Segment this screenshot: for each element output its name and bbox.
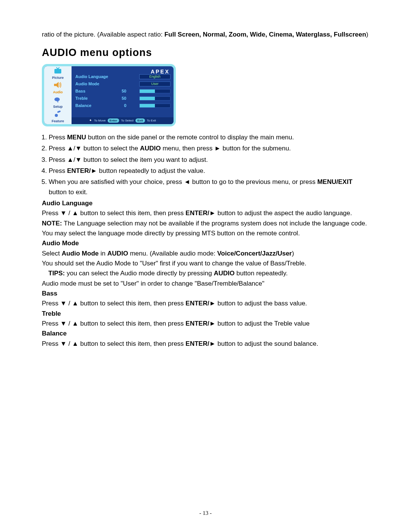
osd-tab-label: Feature: [52, 119, 64, 124]
svg-rect-0: [54, 69, 61, 73]
arrows-icon: ✦: [89, 118, 92, 123]
osd-tab-setup: Setup: [53, 95, 63, 110]
row-value: 0: [117, 102, 126, 109]
osd-tab-label: Audio: [53, 90, 63, 95]
row-value: 50: [117, 88, 126, 94]
section-audio-language: Audio Language: [42, 198, 369, 208]
footer-toexit: To Exit: [147, 118, 156, 123]
slider-treble: [139, 96, 170, 101]
section-balance: Balance: [42, 329, 369, 339]
svg-marker-1: [54, 82, 59, 88]
step-5: When you are satisfied with your choice,…: [49, 177, 369, 197]
osd-tab-label: Setup: [53, 104, 62, 110]
intro-pre: ratio of the picture. (Available aspect …: [42, 31, 164, 38]
audio-language-desc: Press ▼ / ▲ button to select this item, …: [42, 208, 369, 218]
svg-point-2: [54, 97, 60, 101]
section-treble: Treble: [42, 309, 369, 319]
step-1: Press MENU button on the side panel or t…: [49, 133, 369, 142]
page-title: AUDIO menu options: [42, 45, 369, 61]
bass-desc: Press ▼ / ▲ button to select this item, …: [42, 299, 369, 308]
row-label: Treble: [75, 95, 115, 102]
section-bass: Bass: [42, 289, 369, 299]
audio-language-note: NOTE: The Language selection may not be …: [42, 219, 369, 239]
audio-mode-line2: You should set the Audio Mode to "User" …: [42, 259, 369, 268]
tv-icon: [53, 66, 63, 75]
step-4: Press ENTER/► button repeatedly to adjus…: [49, 166, 369, 176]
audio-mode-tips: TIPS: you can select the Audio mode dire…: [48, 268, 369, 278]
osd-row-balance: Balance 0: [75, 102, 170, 109]
osd-tab-feature: Feature: [52, 110, 64, 124]
osd-row-bass: Bass 50: [75, 88, 170, 95]
audio-mode-line1: Select Audio Mode in AUDIO menu. (Availa…: [42, 249, 369, 259]
row-label: Bass: [75, 88, 115, 94]
intro-bold: Full Screen, Normal, Zoom, Wide, Cinema,…: [164, 31, 366, 38]
dish-icon: [53, 95, 63, 104]
svg-rect-5: [57, 110, 61, 113]
footer-move: To Move: [94, 118, 105, 123]
row-label: Audio Mode: [75, 81, 115, 87]
step-3: Press ▲/▼ button to select the item you …: [49, 155, 369, 165]
intro-line: ratio of the picture. (Available aspect …: [42, 30, 369, 40]
osd-main: APEX Audio Language English Audio Mode U…: [72, 66, 174, 124]
osd-sidebar: Picture Audio Setup: [44, 66, 72, 124]
slider-balance: [139, 104, 170, 108]
tools-icon: [53, 110, 63, 118]
exit-pill: Exit: [135, 118, 145, 123]
osd-tab-audio: Audio: [53, 81, 63, 95]
section-audio-mode: Audio Mode: [42, 238, 369, 248]
osd-footer: ✦ To Move Enter To Select Exit To Exit: [72, 117, 174, 124]
footer-select: To Select: [121, 118, 134, 123]
row-value: 50: [117, 95, 126, 102]
slider-bass: [139, 89, 170, 93]
svg-point-4: [55, 114, 58, 117]
enter-pill: Enter: [108, 118, 119, 123]
row-label: Audio Language: [75, 73, 115, 80]
brand-logo: APEX: [151, 68, 170, 76]
instruction-list: Press MENU button on the side panel or t…: [42, 133, 369, 197]
osd-tab-picture: Picture: [52, 66, 64, 81]
svg-rect-3: [57, 101, 58, 102]
step-2: Press ▲/▼ button to select the AUDIO men…: [49, 144, 369, 153]
row-value: User: [139, 81, 170, 86]
row-label: Balance: [75, 102, 115, 109]
treble-desc: Press ▼ / ▲ button to select this item, …: [42, 319, 369, 329]
speaker-icon: [53, 81, 63, 89]
page-number: - 13 -: [0, 509, 411, 518]
intro-post: ): [366, 31, 368, 38]
osd-tab-label: Picture: [52, 75, 64, 81]
osd-panel: Picture Audio Setup: [42, 64, 176, 126]
osd-row-audio-mode: Audio Mode User: [75, 80, 170, 88]
audio-mode-line3: Audio mode must be set to "User" in orde…: [42, 279, 369, 289]
osd-row-treble: Treble 50: [75, 95, 170, 102]
balance-desc: Press ▼ / ▲ button to select this item, …: [42, 339, 369, 349]
